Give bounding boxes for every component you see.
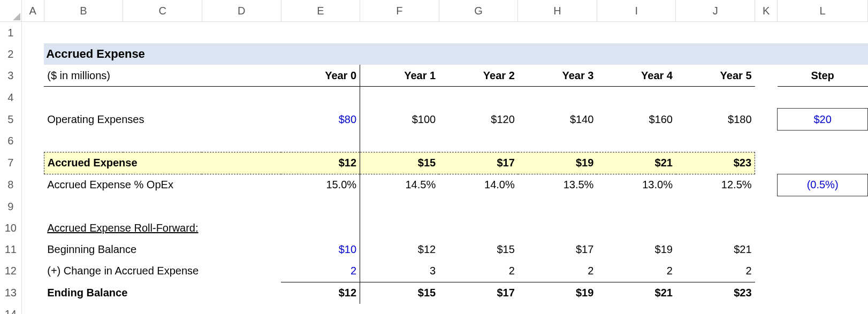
row-header-8[interactable]: 8 [0,174,21,196]
year1-header[interactable]: Year 1 [360,65,439,87]
col-header-A[interactable]: A [21,0,44,22]
col-header-K[interactable]: K [755,0,778,22]
row-header-9[interactable]: 9 [0,196,21,218]
end-y3[interactable]: $19 [518,282,597,304]
accrued-y4[interactable]: $21 [597,152,676,174]
row-header-2[interactable]: 2 [0,43,21,65]
row-header-12[interactable]: 12 [0,261,21,282]
col-header-L[interactable]: L [778,0,868,22]
step-pct[interactable]: (0.5%) [778,174,868,196]
end-y0[interactable]: $12 [281,282,360,304]
row-header-6[interactable]: 6 [0,131,21,152]
row-header-13[interactable]: 13 [0,282,21,304]
col-header-G[interactable]: G [439,0,518,22]
pct-y5[interactable]: 12.5% [676,174,755,196]
beg-y0[interactable]: $10 [281,239,360,261]
step-header[interactable]: Step [778,65,868,87]
beg-y1[interactable]: $12 [360,239,439,261]
opex-y1[interactable]: $100 [360,109,439,131]
end-y5[interactable]: $23 [676,282,755,304]
year3-header[interactable]: Year 3 [518,65,597,87]
year5-header[interactable]: Year 5 [676,65,755,87]
pct-y3[interactable]: 13.5% [518,174,597,196]
section-header[interactable]: Accrued Expense [44,43,867,65]
rollfwd-label[interactable]: Accrued Expense Roll-Forward: [44,218,281,239]
row-header-3[interactable]: 3 [0,65,21,87]
row-header-5[interactable]: 5 [0,109,21,131]
pct-y4[interactable]: 13.0% [597,174,676,196]
pct-y1[interactable]: 14.5% [360,174,439,196]
col-header-H[interactable]: H [518,0,597,22]
beg-y2[interactable]: $15 [439,239,518,261]
col-header-I[interactable]: I [597,0,676,22]
beg-label[interactable]: Beginning Balance [44,239,281,261]
accrued-y0[interactable]: $12 [281,152,360,174]
pct-y2[interactable]: 14.0% [439,174,518,196]
chg-y2[interactable]: 2 [439,261,518,282]
units-label[interactable]: ($ in millions) [44,65,281,87]
chg-y1[interactable]: 3 [360,261,439,282]
chg-y0[interactable]: 2 [281,261,360,282]
col-header-B[interactable]: B [44,0,123,22]
end-label[interactable]: Ending Balance [44,282,281,304]
chg-y4[interactable]: 2 [597,261,676,282]
row-header-4[interactable]: 4 [0,87,21,109]
col-header-D[interactable]: D [202,0,281,22]
row-header-1[interactable]: 1 [0,22,21,44]
opex-y4[interactable]: $160 [597,109,676,131]
accrued-label[interactable]: Accrued Expense [44,152,281,174]
opex-y2[interactable]: $120 [439,109,518,131]
year0-header[interactable]: Year 0 [281,65,360,87]
end-y1[interactable]: $15 [360,282,439,304]
chg-y3[interactable]: 2 [518,261,597,282]
beg-y5[interactable]: $21 [676,239,755,261]
accrued-y1[interactable]: $15 [360,152,439,174]
beg-y3[interactable]: $17 [518,239,597,261]
pct-label[interactable]: Accrued Expense % OpEx [44,174,281,196]
col-header-C[interactable]: C [123,0,202,22]
beg-y4[interactable]: $19 [597,239,676,261]
opex-label[interactable]: Operating Expenses [44,109,281,131]
year4-header[interactable]: Year 4 [597,65,676,87]
end-y4[interactable]: $21 [597,282,676,304]
col-header-F[interactable]: F [360,0,439,22]
step-opex[interactable]: $20 [778,109,868,131]
opex-y5[interactable]: $180 [676,109,755,131]
select-all-corner[interactable] [0,0,21,22]
row-header-14[interactable]: 14 [0,304,21,315]
accrued-y2[interactable]: $17 [439,152,518,174]
spreadsheet[interactable]: A B C D E F G H I J K L 1 2 Accrued Expe… [0,0,868,314]
rollfwd-text: Accrued Expense Roll-Forward: [47,222,198,234]
row-header-7[interactable]: 7 [0,152,21,174]
col-header-E[interactable]: E [281,0,360,22]
col-header-J[interactable]: J [676,0,755,22]
year2-header[interactable]: Year 2 [439,65,518,87]
svg-marker-0 [13,13,20,20]
chg-y5[interactable]: 2 [676,261,755,282]
opex-y0[interactable]: $80 [281,109,360,131]
opex-y3[interactable]: $140 [518,109,597,131]
pct-y0[interactable]: 15.0% [281,174,360,196]
row-header-11[interactable]: 11 [0,239,21,261]
row-header-10[interactable]: 10 [0,218,21,239]
accrued-y5[interactable]: $23 [676,152,755,174]
accrued-y3[interactable]: $19 [518,152,597,174]
end-y2[interactable]: $17 [439,282,518,304]
select-all-triangle-icon [13,13,20,20]
chg-label[interactable]: (+) Change in Accrued Expense [44,261,281,282]
